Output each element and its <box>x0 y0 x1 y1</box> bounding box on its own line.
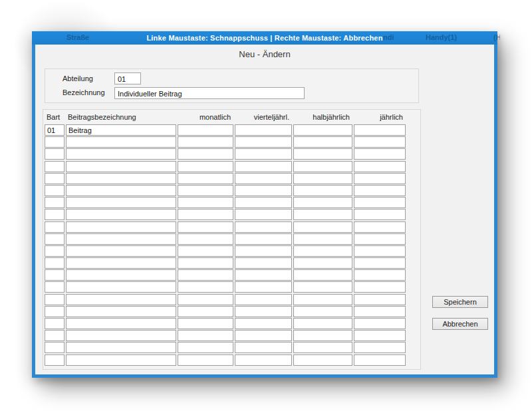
table-cell-bart[interactable] <box>45 197 65 208</box>
table-cell-bart[interactable] <box>45 185 65 196</box>
speichern-button[interactable]: Speichern <box>432 296 488 308</box>
table-cell-bart[interactable]: 01 <box>45 124 65 136</box>
table-cell-jaehrlich[interactable] <box>354 148 406 160</box>
table-cell-monatlich[interactable] <box>178 136 233 148</box>
table-cell-vierteljaehrl[interactable] <box>235 245 292 257</box>
abteilung-input[interactable]: 01 <box>114 72 141 84</box>
table-cell-bezeichnung[interactable] <box>66 173 176 184</box>
table-cell-bart[interactable] <box>45 209 65 220</box>
table-cell-vierteljaehrl[interactable] <box>235 257 292 269</box>
table-cell-halbjaehrlich[interactable] <box>293 185 352 196</box>
table-cell-vierteljaehrl[interactable] <box>235 197 292 208</box>
table-cell-vierteljaehrl[interactable] <box>235 330 292 341</box>
table-cell-bezeichnung[interactable] <box>66 306 176 317</box>
table-cell-bezeichnung[interactable]: Beitrag <box>66 124 176 136</box>
table-cell-halbjaehrlich[interactable] <box>293 306 352 317</box>
table-cell-halbjaehrlich[interactable] <box>293 342 352 353</box>
table-cell-jaehrlich[interactable] <box>354 354 406 366</box>
table-cell-vierteljaehrl[interactable] <box>235 173 292 184</box>
table-cell-halbjaehrlich[interactable] <box>293 124 352 136</box>
table-cell-jaehrlich[interactable] <box>354 197 406 208</box>
table-cell-bart[interactable] <box>45 281 65 293</box>
table-cell-monatlich[interactable] <box>178 161 233 172</box>
table-cell-halbjaehrlich[interactable] <box>293 294 352 305</box>
table-cell-vierteljaehrl[interactable] <box>235 281 292 293</box>
table-cell-halbjaehrlich[interactable] <box>293 245 352 257</box>
table-cell-jaehrlich[interactable] <box>354 136 406 148</box>
table-cell-monatlich[interactable] <box>178 257 233 269</box>
table-cell-bezeichnung[interactable] <box>66 148 176 160</box>
table-cell-bart[interactable] <box>45 161 65 172</box>
table-cell-monatlich[interactable] <box>178 281 233 293</box>
table-cell-bart[interactable] <box>45 354 65 366</box>
table-cell-jaehrlich[interactable] <box>354 161 406 172</box>
table-cell-bezeichnung[interactable] <box>66 281 176 293</box>
table-cell-bart[interactable] <box>45 318 65 329</box>
table-cell-jaehrlich[interactable] <box>354 269 406 281</box>
table-cell-jaehrlich[interactable] <box>354 173 406 184</box>
table-cell-monatlich[interactable] <box>178 294 233 305</box>
table-cell-monatlich[interactable] <box>178 269 233 281</box>
table-cell-bezeichnung[interactable] <box>66 342 176 353</box>
table-cell-bezeichnung[interactable] <box>66 330 176 341</box>
table-cell-jaehrlich[interactable] <box>354 221 406 233</box>
table-cell-jaehrlich[interactable] <box>354 281 406 293</box>
table-cell-halbjaehrlich[interactable] <box>293 209 352 220</box>
table-cell-monatlich[interactable] <box>178 221 233 233</box>
table-cell-halbjaehrlich[interactable] <box>293 354 352 366</box>
table-cell-monatlich[interactable] <box>178 209 233 220</box>
table-cell-jaehrlich[interactable] <box>354 257 406 269</box>
table-cell-jaehrlich[interactable] <box>354 294 406 305</box>
table-cell-bezeichnung[interactable] <box>66 269 176 281</box>
table-cell-bezeichnung[interactable] <box>66 136 176 148</box>
table-cell-bart[interactable] <box>45 136 65 148</box>
table-cell-bezeichnung[interactable] <box>66 197 176 208</box>
table-cell-halbjaehrlich[interactable] <box>293 281 352 293</box>
table-cell-bezeichnung[interactable] <box>66 221 176 233</box>
table-cell-halbjaehrlich[interactable] <box>293 257 352 269</box>
table-cell-vierteljaehrl[interactable] <box>235 221 292 233</box>
table-cell-bezeichnung[interactable] <box>66 161 176 172</box>
table-cell-bart[interactable] <box>45 269 65 281</box>
table-cell-monatlich[interactable] <box>178 185 233 196</box>
table-cell-bezeichnung[interactable] <box>66 294 176 305</box>
table-cell-vierteljaehrl[interactable] <box>235 269 292 281</box>
table-cell-monatlich[interactable] <box>178 197 233 208</box>
table-cell-jaehrlich[interactable] <box>354 233 406 245</box>
table-cell-bart[interactable] <box>45 330 65 341</box>
bezeichnung-input[interactable]: Individueller Beitrag <box>114 87 305 99</box>
table-cell-bart[interactable] <box>45 148 65 160</box>
table-cell-bezeichnung[interactable] <box>66 354 176 366</box>
table-cell-vierteljaehrl[interactable] <box>235 148 292 160</box>
table-cell-vierteljaehrl[interactable] <box>235 136 292 148</box>
table-cell-monatlich[interactable] <box>178 124 233 136</box>
table-cell-vierteljaehrl[interactable] <box>235 209 292 220</box>
table-cell-bezeichnung[interactable] <box>66 318 176 329</box>
table-cell-jaehrlich[interactable] <box>354 342 406 353</box>
table-cell-vierteljaehrl[interactable] <box>235 185 292 196</box>
table-cell-bart[interactable] <box>45 342 65 353</box>
table-cell-vierteljaehrl[interactable] <box>235 161 292 172</box>
table-cell-jaehrlich[interactable] <box>354 245 406 257</box>
table-cell-bezeichnung[interactable] <box>66 209 176 220</box>
table-cell-vierteljaehrl[interactable] <box>235 124 292 136</box>
table-cell-vierteljaehrl[interactable] <box>235 233 292 245</box>
abbrechen-button[interactable]: Abbrechen <box>432 318 488 330</box>
table-cell-vierteljaehrl[interactable] <box>235 354 292 366</box>
table-cell-monatlich[interactable] <box>178 354 233 366</box>
table-cell-jaehrlich[interactable] <box>354 318 406 329</box>
table-cell-bezeichnung[interactable] <box>66 233 176 245</box>
table-cell-bart[interactable] <box>45 306 65 317</box>
table-cell-monatlich[interactable] <box>178 342 233 353</box>
table-cell-jaehrlich[interactable] <box>354 209 406 220</box>
table-cell-bart[interactable] <box>45 173 65 184</box>
table-cell-monatlich[interactable] <box>178 318 233 329</box>
table-cell-bezeichnung[interactable] <box>66 257 176 269</box>
table-cell-monatlich[interactable] <box>178 233 233 245</box>
table-cell-monatlich[interactable] <box>178 306 233 317</box>
table-cell-monatlich[interactable] <box>178 173 233 184</box>
table-cell-jaehrlich[interactable] <box>354 330 406 341</box>
table-cell-halbjaehrlich[interactable] <box>293 197 352 208</box>
table-cell-halbjaehrlich[interactable] <box>293 233 352 245</box>
table-cell-jaehrlich[interactable] <box>354 185 406 196</box>
